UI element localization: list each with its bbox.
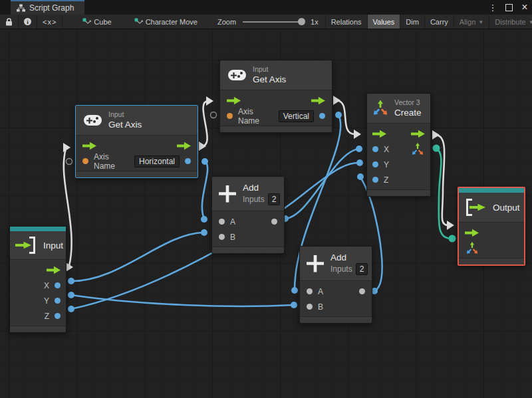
port-x[interactable] (372, 146, 378, 152)
node-title: Get Axis (108, 119, 142, 130)
node-title: Input (43, 240, 63, 251)
script-graph-window: Script Graph ⋮ × i <x> (0, 0, 532, 398)
node-get-axis-vertical[interactable]: Input Get Axis Axis Name Vertical (219, 60, 332, 133)
zoom-label: Zoom (217, 18, 236, 26)
flow-out-arrow[interactable] (177, 142, 191, 150)
graph-hierarchy-icon (17, 4, 25, 12)
tab-bar: Script Graph ⋮ × (0, 0, 532, 15)
zoom-slider[interactable] (243, 21, 304, 23)
node-caption: Vector 3 (394, 98, 422, 107)
flow-in-arrow[interactable] (82, 142, 96, 150)
node-title: Add (243, 182, 280, 193)
port-b[interactable] (219, 234, 225, 240)
node-add-1[interactable]: Add Inputs 2 A B (211, 176, 285, 254)
variables-icon: <x> (43, 18, 57, 26)
sum-port[interactable] (359, 288, 365, 294)
result-port[interactable] (185, 158, 191, 164)
info-icon: i (24, 18, 31, 25)
node-add-2[interactable]: Add Inputs 2 A B (299, 246, 372, 324)
tab-label: Script Graph (29, 3, 74, 13)
tab-script-graph[interactable]: Script Graph (11, 0, 84, 15)
unconnected-port-ghost[interactable] (66, 159, 72, 165)
teal-accent-bar (459, 188, 524, 193)
axis-name-label: Axis Name (94, 152, 129, 171)
node-title: Output (493, 202, 520, 213)
port-b[interactable] (307, 304, 313, 310)
node-caption: Input (253, 65, 286, 74)
graph-unit-icon (134, 18, 143, 26)
flow-in-arrow[interactable] (227, 96, 241, 105)
port-x[interactable] (55, 282, 61, 288)
vector3-in-port[interactable] (466, 243, 478, 254)
carry-button[interactable]: Carry (425, 15, 454, 29)
node-title: Get Axis (253, 74, 286, 85)
inputs-label: Inputs (331, 265, 352, 274)
flow-in-arrow[interactable] (465, 229, 479, 237)
port-y[interactable] (372, 161, 378, 167)
gamepad-icon (84, 115, 102, 126)
result-port[interactable] (319, 113, 325, 119)
port-z[interactable] (372, 177, 378, 183)
unconnected-port-ghost[interactable] (211, 112, 217, 118)
window-maximize-icon[interactable] (504, 3, 513, 12)
node-graph-output[interactable]: Output (458, 187, 525, 266)
teal-accent-bar (10, 227, 66, 231)
chevron-down-icon: ▼ (529, 19, 532, 25)
breadcrumb-character-move[interactable]: Character Move (129, 15, 203, 29)
sum-port[interactable] (271, 219, 277, 225)
axis-name-port[interactable] (227, 113, 233, 119)
chevron-down-icon: ▼ (478, 19, 483, 25)
vector3-result-port[interactable] (412, 144, 424, 155)
node-vector3-create[interactable]: Vector 3 Create X Y Z (366, 93, 431, 197)
inputs-count-field[interactable]: 2 (268, 193, 281, 205)
node-get-axis-horizontal[interactable]: Input Get Axis Axis Name Horizontal (75, 105, 198, 178)
breadcrumb-label: Character Move (146, 18, 198, 26)
info-button[interactable]: i (19, 15, 37, 29)
vector3-icon (373, 101, 388, 116)
input-bracket-icon (15, 237, 37, 254)
flow-out-arrow[interactable] (311, 96, 325, 105)
axis-name-field[interactable]: Vertical (279, 110, 314, 122)
flow-out-arrow[interactable] (411, 130, 425, 138)
graph-toolbar: i <x> Cube C (0, 15, 532, 29)
align-dropdown[interactable]: Align ▼ (454, 15, 489, 29)
node-title: Add (331, 252, 368, 263)
distribute-dropdown[interactable]: Distribute ▼ (489, 15, 532, 29)
window-close-icon[interactable]: × (520, 3, 529, 12)
node-title: Create (394, 107, 422, 118)
axis-name-field[interactable]: Horizontal (134, 155, 180, 167)
breadcrumb-label: Cube (94, 18, 111, 26)
window-menu-icon[interactable]: ⋮ (488, 3, 497, 12)
port-a[interactable] (219, 219, 225, 225)
node-caption: Input (108, 110, 142, 119)
flow-out-arrow[interactable] (47, 266, 61, 274)
gamepad-icon (228, 70, 246, 80)
inputs-label: Inputs (243, 195, 265, 204)
flow-in-arrow[interactable] (372, 130, 386, 138)
node-graph-input[interactable]: Input X Y Z (9, 226, 66, 333)
inputs-count-field[interactable]: 2 (356, 263, 368, 275)
port-y[interactable] (55, 298, 61, 304)
axis-name-label: Axis Name (238, 107, 273, 126)
axis-name-port[interactable] (82, 158, 88, 164)
zoom-value: 1x (311, 18, 319, 26)
port-z[interactable] (55, 313, 61, 319)
lock-button[interactable] (0, 15, 18, 29)
plus-icon (219, 185, 236, 203)
graph-unit-icon (82, 18, 91, 26)
port-a[interactable] (307, 288, 313, 294)
lock-icon (5, 18, 13, 26)
output-bracket-icon (465, 199, 486, 216)
variables-button[interactable]: <x> (37, 15, 62, 29)
relations-button[interactable]: Relations (326, 15, 367, 29)
breadcrumb-cube[interactable]: Cube (77, 15, 116, 29)
values-button[interactable]: Values (368, 15, 400, 29)
dim-button[interactable]: Dim (400, 15, 424, 29)
plus-icon (307, 255, 324, 272)
zoom-control: Zoom 1x (212, 15, 324, 29)
zoom-slider-handle[interactable] (298, 18, 305, 25)
